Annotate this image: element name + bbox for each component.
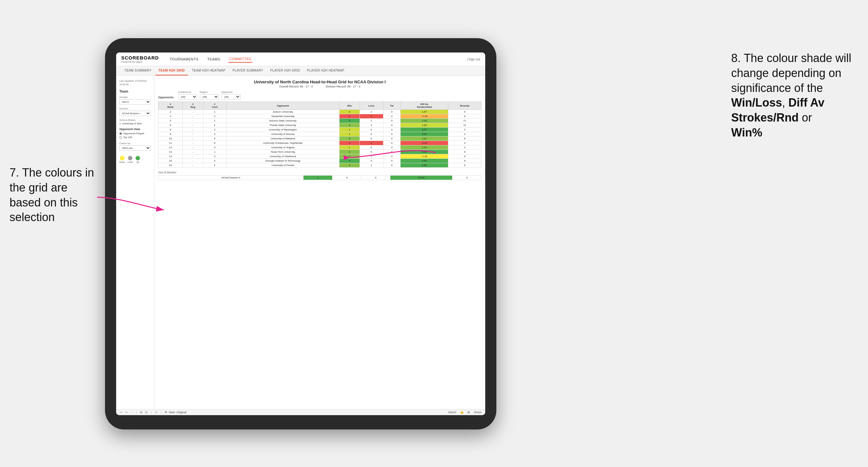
table-row: 6 - 2 Florida State University 4 2 0 1.8…	[158, 123, 482, 128]
td-tie: 0	[383, 110, 401, 114]
table-row: 4 - 1 Arizona State University 5 1 0 2.2…	[158, 119, 482, 123]
view-label: 👁 View: Original	[164, 411, 186, 414]
td-rank: 4	[158, 119, 183, 123]
td-conf: 3	[203, 145, 226, 150]
subnav-team-h2h-grid[interactable]: TEAM H2H GRID	[155, 66, 188, 75]
colour-by-select[interactable]: Win/Loss	[119, 145, 151, 151]
watch-button[interactable]: Watch	[448, 411, 456, 414]
out-div-rounds: 3	[453, 176, 482, 180]
td-opponent: Vanderbilt University	[226, 114, 340, 119]
td-conf: 6	[203, 141, 226, 145]
radio-opponents-played[interactable]: Opponents Played	[119, 132, 151, 135]
td-conf: 5	[203, 136, 226, 141]
td-rank: 12	[158, 145, 183, 150]
division-record: Division Record: 88 - 17 - 0	[326, 85, 361, 88]
td-diff: 1.67	[401, 110, 448, 114]
logo-area: SCOREBOARD Powered by clippd	[121, 55, 159, 63]
th-rank: #Rank	[158, 102, 183, 110]
forward-icon[interactable]: →	[130, 411, 133, 414]
th-loss: Loss	[360, 102, 383, 110]
conference-select[interactable]: (All)	[178, 94, 197, 100]
td-loss: 1	[360, 119, 383, 123]
sep1: |	[136, 411, 137, 414]
gender-select[interactable]: Men's	[119, 99, 151, 105]
out-of-division: Out of division NCAA Division II 1 0 0 2…	[158, 171, 482, 180]
subnav-player-h2h-heatmap[interactable]: PLAYER H2H HEATMAP	[304, 66, 347, 75]
out-of-div-table: NCAA Division II 1 0 0 26.00 3	[158, 175, 482, 180]
legend-dot-down	[120, 156, 124, 160]
radio-top100[interactable]: Top 100	[119, 136, 151, 139]
region-select[interactable]: (All)	[200, 94, 219, 100]
td-reg: -	[183, 136, 203, 141]
view-text: View: Original	[168, 411, 186, 414]
annotation-left: 7. The colours in the grid are based on …	[9, 165, 99, 225]
opponent-select[interactable]: (All)	[221, 94, 241, 100]
td-diff: -2.29	[401, 114, 448, 119]
crop-icon[interactable]: ⊞	[140, 411, 143, 414]
td-opponent: University of Florida	[226, 163, 340, 168]
td-loss: 0	[360, 132, 383, 136]
td-win: 0	[340, 114, 360, 119]
td-rank: 6	[158, 123, 183, 128]
radio-label-opponents: Opponents Played	[123, 132, 144, 135]
legend-down: Down	[119, 156, 125, 163]
main-content: Last Updated: 27/03/2024 16:55:38 Team G…	[116, 76, 485, 409]
nav-teams[interactable]: TEAMS	[207, 56, 221, 62]
overall-record: Overall Record: 89 - 17 - 0	[279, 85, 313, 88]
th-tie: Tie	[383, 102, 401, 110]
legend-level: Level	[128, 156, 133, 163]
grid-icon[interactable]: ⊞	[467, 411, 470, 414]
redo-icon[interactable]: ↪	[125, 411, 128, 414]
opponent-filter: Opponent (All)	[221, 91, 241, 100]
nav-committee[interactable]: COMMITTEE	[228, 56, 252, 63]
share-button[interactable]: Share	[474, 411, 482, 414]
panel-meta: Last Updated: 27/03/2024 16:55:38	[119, 80, 151, 86]
annotation-bold-winpct: Win%	[731, 126, 762, 139]
legend-dot-level	[128, 156, 132, 160]
td-rank: 15	[158, 159, 183, 163]
td-loss: 0	[360, 128, 383, 132]
td-opponent: University of Arizona	[226, 132, 340, 136]
td-rounds: 12	[448, 123, 482, 128]
undo-icon[interactable]: ↩	[120, 411, 123, 414]
pink-arrow-right	[344, 140, 439, 165]
td-rank: 14	[158, 154, 183, 159]
td-rounds: 3	[448, 145, 482, 150]
td-reg: -	[183, 154, 203, 159]
td-conf: 3	[203, 132, 226, 136]
gender-label: Gender	[119, 96, 151, 99]
td-opponent: Georgia Institute of Technology	[226, 159, 340, 163]
td-conf: 2	[203, 128, 226, 132]
nav-tournaments[interactable]: TOURNAMENTS	[169, 56, 199, 62]
subnav-player-summary[interactable]: PLAYER SUMMARY	[229, 66, 267, 75]
sign-out[interactable]: | Sign out	[467, 58, 480, 61]
sep3: |	[161, 411, 161, 414]
td-win: 2	[340, 110, 360, 114]
td-tie: 0	[383, 128, 401, 132]
tablet-screen: SCOREBOARD Powered by clippd TOURNAMENTS…	[116, 53, 485, 415]
td-rounds: 17	[448, 119, 482, 123]
division-select[interactable]: NCAA Division I	[119, 111, 151, 116]
subnav-team-summary[interactable]: TEAM SUMMARY	[121, 66, 155, 75]
clock-icon[interactable]: ⊙	[155, 411, 157, 414]
grid-area: University of North Carolina Head-to-Hea…	[154, 76, 485, 409]
td-rank: 9	[158, 132, 183, 136]
thumbs-icon[interactable]: 👍	[460, 411, 464, 414]
td-loss: 2	[360, 123, 383, 128]
td-tie: 0	[383, 123, 401, 128]
legend-label-up: Up	[136, 161, 139, 163]
subnav-player-h2h-grid[interactable]: PLAYER H2H GRID	[267, 66, 303, 75]
school-label: School (Rank)	[119, 119, 151, 122]
td-win: 1	[340, 132, 360, 136]
region-filter: Region (All)	[200, 91, 219, 100]
td-rounds: 9	[448, 150, 482, 154]
td-loss: 1	[360, 110, 383, 114]
out-div-win: 1	[304, 176, 333, 180]
td-conf: 1	[203, 110, 226, 114]
layout-icon[interactable]: ⊟	[145, 411, 148, 414]
td-opponent: University of Washington	[226, 128, 340, 132]
td-rank: 16	[158, 163, 183, 168]
subnav-team-h2h-heatmap[interactable]: TEAM H2H HEATMAP	[189, 66, 229, 75]
eye-icon: 👁	[164, 411, 167, 414]
td-opponent: Auburn University	[226, 110, 340, 114]
